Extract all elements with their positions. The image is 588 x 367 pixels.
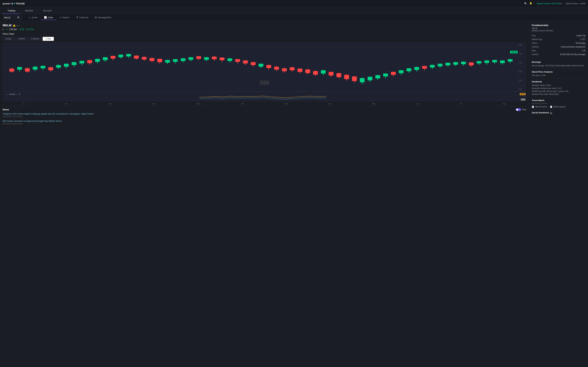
trend-watch-sub: Powered by LikeFolio — [532, 103, 585, 104]
divider-tw — [532, 97, 585, 98]
fund-value-size: Large Cap — [576, 34, 585, 37]
chart-container: 180 170 160 150 140 130 170.72 − + — [3, 42, 526, 92]
svg-rect-50 — [181, 58, 185, 61]
svg-rect-18 — [56, 65, 61, 68]
fund-value-volume: 69,924,899 (10 day average) — [560, 53, 585, 56]
fund-label-size: Size: — [532, 34, 536, 37]
add-icon[interactable]: + — [19, 24, 20, 27]
earnings-title: Earnings — [532, 61, 585, 63]
divider2: | — [563, 2, 564, 5]
fund-row-beta: Beta: 1.26 — [532, 49, 585, 53]
search-icon[interactable]: 🔍 — [524, 2, 527, 5]
toggle-knob — [516, 109, 518, 111]
fundamentals-title: Fundamentals — [532, 24, 585, 26]
volatility-value-badge: 29.30 — [520, 93, 526, 95]
bell-icon[interactable]: 🔔 — [13, 24, 16, 27]
symbol-search-icon: 🔍 — [17, 17, 20, 19]
trend-item-2[interactable]: 📄 MKLM Sep'22 — [550, 106, 566, 108]
fund-label-mktcap: Market Cap: — [532, 38, 542, 41]
trend-watch-title: Trend Watch — [532, 99, 585, 101]
sub-tab-quote[interactable]: △ Quote — [26, 15, 41, 20]
dividends-title: Dividends — [532, 80, 585, 83]
svg-rect-118 — [445, 63, 450, 65]
date-label-0: ig — [23, 103, 25, 105]
y-label-150: 150 — [519, 70, 526, 72]
sub-tab-tradelab[interactable]: ⚗ TradeLab — [73, 15, 92, 20]
trend-item-1[interactable]: 📄 MKLM Feb'22 — [532, 106, 547, 108]
y-label-170: 170 — [519, 53, 526, 55]
fund-label-volume: Volume: — [532, 53, 539, 56]
svg-rect-94 — [352, 76, 357, 81]
divider-earnings — [532, 59, 585, 59]
fund-table: Size: Large Cap Market Cap: 2.72T Sector… — [532, 34, 585, 56]
y-label-140: 140 — [519, 79, 526, 81]
y-label-160: 160 — [519, 62, 526, 64]
svg-rect-92 — [344, 75, 349, 79]
svg-rect-112 — [422, 66, 427, 69]
news-item-1: 'Telegram CEO claims Apple is delaying u… — [3, 113, 526, 117]
svg-rect-48 — [173, 59, 178, 62]
volatility-zero-badge: 0.00 — [521, 99, 526, 100]
date-label-2: Nov — [109, 103, 112, 105]
stock-title-row: MKLM 🔔 ≡ + — [3, 24, 526, 27]
info-icon[interactable]: i — [550, 112, 552, 114]
symbol-input[interactable] — [4, 17, 17, 19]
nav-tab-trading[interactable]: Trading — [3, 8, 20, 14]
period-3months[interactable]: 3 Months — [28, 37, 42, 41]
social-sentiment-title: Social Sentiment — [532, 111, 549, 114]
zoom-in-button[interactable]: + — [264, 81, 269, 85]
date-label-8: May — [372, 103, 376, 105]
fund-label-beta: Beta: — [532, 50, 536, 52]
fund-value-mktcap: 2.72T — [580, 38, 585, 41]
date-label-7: Apr — [329, 103, 331, 105]
svg-rect-58 — [212, 57, 216, 59]
svg-rect-96 — [360, 78, 364, 83]
list-icon[interactable]: ≡ — [17, 24, 18, 27]
fund-row-mktcap: Market Cap: 2.72T — [532, 38, 585, 41]
app-logo: power E✦TRADE — [3, 2, 25, 5]
date-axis: ig Oct Nov Dec 2022 Feb Mar Apr May Jun … — [3, 102, 526, 106]
vol-settings-icon[interactable]: ⚙ — [19, 93, 20, 95]
nav-tab-markets[interactable]: Markets — [20, 8, 38, 14]
chart-icon: 📈 — [44, 16, 47, 19]
quote-icon: △ — [29, 16, 31, 19]
period-5days[interactable]: 5 Days — [3, 37, 14, 41]
period-1year[interactable]: 1 Year — [43, 37, 54, 41]
stock-icons: 🔔 ≡ + — [13, 24, 20, 27]
top-nav-right: 🔍 💡 | Market Closes in 05:37:48 ▾ | Opti… — [524, 2, 585, 5]
news-headline-2[interactable]: EB Control Launches on Apple and Google … — [3, 120, 526, 122]
sub-tab-options[interactable]: ∞ Options — [56, 15, 73, 20]
trend-item-label-2: MKLM Sep'22 — [553, 106, 566, 108]
strategyseek-icon: ⊠ — [95, 16, 97, 19]
chart-y-axis: 180 170 160 150 140 130 — [518, 43, 526, 92]
symbol-search-wrap[interactable]: 🔍 — [3, 16, 22, 20]
svg-rect-44 — [157, 59, 162, 62]
expand-arrow[interactable]: ▶ — [3, 28, 4, 30]
chart-period-buttons: 5 Days 1 Month 3 Months 1 Year — [3, 37, 526, 41]
logo-star: ✦ — [13, 2, 16, 5]
stock-change-pct: +0.71% — [26, 28, 34, 31]
svg-rect-126 — [477, 61, 481, 63]
left-panel: MKLM 🔔 ≡ + ▶ 170.44 +1.20 +0.71% Price C… — [0, 21, 529, 367]
top-nav: power E✦TRADE 🔍 💡 | Market Closes in 05:… — [0, 0, 588, 7]
svg-rect-120 — [453, 62, 458, 65]
news-headline-1[interactable]: 'Telegram CEO claims Apple is delaying u… — [3, 113, 526, 115]
notification-icon[interactable]: 💡 — [529, 2, 532, 5]
svg-rect-6 — [9, 69, 14, 72]
main-content: MKLM 🔔 ≡ + ▶ 170.44 +1.20 +0.71% Price C… — [0, 21, 588, 367]
svg-rect-114 — [430, 65, 435, 67]
time-toggle-switch[interactable] — [516, 108, 521, 111]
fund-row-size: Size: Large Cap — [532, 34, 585, 38]
svg-rect-42 — [150, 58, 154, 61]
dividends-text: Dividend Yield: 0.54% Quarterly dividend… — [532, 84, 585, 96]
news-meta-1: 08/11/2022 10:05:15 AM — [3, 116, 526, 117]
sub-tab-strategyseek[interactable]: ⊠ StrategySEEK — [92, 15, 115, 20]
nav-tab-account[interactable]: Account — [38, 8, 56, 14]
period-1month[interactable]: 1 Month — [15, 37, 27, 41]
sub-tab-chart[interactable]: 📈 Chart — [41, 15, 56, 20]
svg-rect-22 — [72, 62, 77, 65]
zoom-out-button[interactable]: − — [259, 81, 264, 85]
stock-header: MKLM 🔔 ≡ + ▶ 170.44 +1.20 +0.71% — [3, 24, 526, 31]
fund-row-industry: Industry: Communications Equipment — [532, 45, 585, 49]
divider-div — [532, 79, 585, 79]
